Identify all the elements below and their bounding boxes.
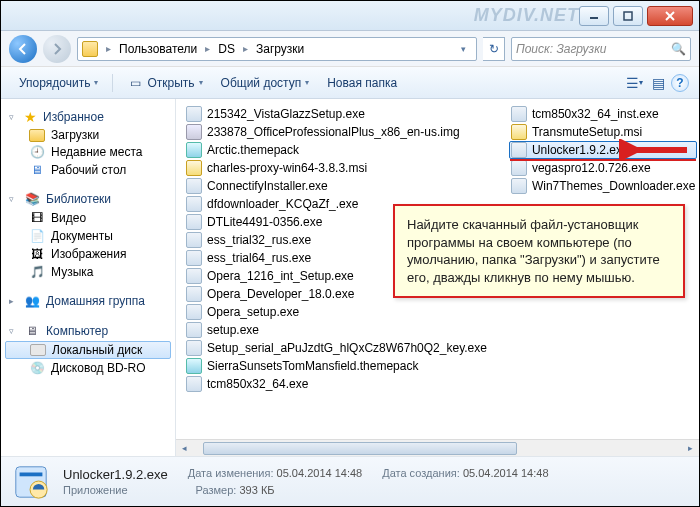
search-input[interactable]: Поиск: Загрузки 🔍 [511, 37, 691, 61]
file-name: ConnectifyInstaller.exe [207, 179, 328, 193]
file-item[interactable]: SierraSunsetsTomMansfield.themepack [184, 357, 489, 375]
sidebar-item-recent[interactable]: 🕘Недавние места [1, 143, 175, 161]
open-button[interactable]: ▭Открыть ▾ [119, 72, 210, 94]
file-item[interactable]: charles-proxy-win64-3.8.3.msi [184, 159, 489, 177]
homegroup-icon: 👥 [24, 293, 40, 309]
details-pane: Unlocker1.9.2.exe Дата изменения: 05.04.… [1, 456, 699, 506]
file-item[interactable]: TransmuteSetup.msi [509, 123, 697, 141]
sidebar-item-video[interactable]: 🎞Видео [1, 209, 175, 227]
preview-pane-button[interactable]: ▤ [647, 72, 669, 94]
svg-rect-1 [624, 12, 632, 20]
scroll-left-icon[interactable]: ◂ [176, 440, 193, 457]
file-name: dfdownloader_KCQaZf_.exe [207, 197, 358, 211]
file-item[interactable]: Setup_serial_aPuJzdtG_hlQxCz8W67h0Q2_key… [184, 339, 489, 357]
minimize-button[interactable] [579, 6, 609, 26]
file-item[interactable]: Win7Themes_Downloader.exe [509, 177, 697, 195]
maximize-button[interactable] [613, 6, 643, 26]
folder-icon [29, 129, 45, 142]
exe-icon [186, 250, 202, 266]
star-icon: ★ [24, 109, 37, 125]
file-type-icon [11, 462, 51, 502]
music-icon: 🎵 [29, 264, 45, 280]
disc-icon: 💿 [29, 360, 45, 376]
sidebar-libraries[interactable]: ▿📚Библиотеки [1, 189, 175, 209]
file-item[interactable]: tcm850x32_64_inst.exe [509, 105, 697, 123]
file-name: Opera_setup.exe [207, 305, 299, 319]
file-item[interactable]: Unlocker1.9.2.exe [509, 141, 697, 159]
exe-icon [186, 196, 202, 212]
disk-icon [30, 344, 46, 356]
svg-rect-6 [20, 472, 43, 476]
search-placeholder: Поиск: Загрузки [516, 42, 607, 56]
chevron-right-icon: ▸ [203, 43, 212, 54]
video-icon: 🎞 [29, 210, 45, 226]
help-button[interactable]: ? [671, 74, 689, 92]
file-name: Win7Themes_Downloader.exe [532, 179, 695, 193]
exe-icon [186, 268, 202, 284]
folder-icon [82, 41, 98, 57]
scrollbar-thumb[interactable] [203, 442, 517, 455]
close-button[interactable] [647, 6, 693, 26]
details-filename: Unlocker1.9.2.exe [63, 467, 168, 482]
exe-icon [186, 286, 202, 302]
forward-button[interactable] [43, 35, 71, 63]
share-button[interactable]: Общий доступ ▾ [213, 73, 318, 93]
exe-icon [186, 232, 202, 248]
sidebar-item-documents[interactable]: 📄Документы [1, 227, 175, 245]
file-name: Opera_1216_int_Setup.exe [207, 269, 354, 283]
pictures-icon: 🖼 [29, 246, 45, 262]
file-name: ess_trial32_rus.exe [207, 233, 311, 247]
sidebar-item-downloads[interactable]: Загрузки [1, 127, 175, 143]
exe-icon [511, 142, 527, 158]
annotation-callout: Найдите скачанный файл-установщик програ… [393, 204, 685, 298]
exe-icon [511, 178, 527, 194]
file-item[interactable]: vegaspro12.0.726.exe [509, 159, 697, 177]
crumb[interactable]: DS [218, 42, 235, 56]
open-icon: ▭ [127, 75, 143, 91]
horizontal-scrollbar[interactable]: ◂ ▸ [176, 439, 699, 456]
sidebar-item-desktop[interactable]: 🖥Рабочий стол [1, 161, 175, 179]
file-name: 215342_VistaGlazzSetup.exe [207, 107, 365, 121]
file-name: vegaspro12.0.726.exe [532, 161, 651, 175]
computer-icon: 🖥 [24, 323, 40, 339]
sidebar-favorites[interactable]: ▿★Избранное [1, 107, 175, 127]
sidebar-item-local-disk[interactable]: Локальный диск [5, 341, 171, 359]
sidebar-item-pictures[interactable]: 🖼Изображения [1, 245, 175, 263]
theme-icon [186, 358, 202, 374]
refresh-button[interactable]: ↻ [483, 37, 505, 61]
exe-icon [186, 340, 202, 356]
search-icon: 🔍 [671, 42, 686, 56]
file-item[interactable]: Opera_setup.exe [184, 303, 489, 321]
chevron-right-icon: ▸ [241, 43, 250, 54]
file-name: tcm850x32_64_inst.exe [532, 107, 659, 121]
toolbar: Упорядочить ▾ ▭Открыть ▾ Общий доступ ▾ … [1, 67, 699, 99]
address-bar[interactable]: ▸ Пользователи ▸ DS ▸ Загрузки ▾ [77, 37, 477, 61]
file-name: setup.exe [207, 323, 259, 337]
scroll-right-icon[interactable]: ▸ [682, 440, 699, 457]
view-options-button[interactable]: ☰ ▾ [623, 72, 645, 94]
back-button[interactable] [9, 35, 37, 63]
exe-icon [186, 178, 202, 194]
organize-button[interactable]: Упорядочить ▾ [11, 73, 106, 93]
file-item[interactable]: setup.exe [184, 321, 489, 339]
file-item[interactable]: 215342_VistaGlazzSetup.exe [184, 105, 489, 123]
exe-icon [186, 322, 202, 338]
exe-icon [511, 106, 527, 122]
file-item[interactable]: Arctic.themepack [184, 141, 489, 159]
crumb[interactable]: Загрузки [256, 42, 304, 56]
file-pane[interactable]: 215342_VistaGlazzSetup.exe233878_OfficeP… [176, 99, 699, 456]
file-item[interactable]: 233878_OfficeProfessionalPlus_x86_en-us.… [184, 123, 489, 141]
new-folder-button[interactable]: Новая папка [319, 73, 405, 93]
address-dropdown[interactable]: ▾ [454, 44, 472, 54]
file-item[interactable]: tcm850x32_64.exe [184, 375, 489, 393]
sidebar-homegroup[interactable]: ▸👥Домашняя группа [1, 291, 175, 311]
sidebar-item-bd-drive[interactable]: 💿Дисковод BD-RO [1, 359, 175, 377]
sidebar-item-music[interactable]: 🎵Музыка [1, 263, 175, 281]
titlebar [1, 1, 699, 31]
exe-icon [511, 160, 527, 176]
file-item[interactable]: ConnectifyInstaller.exe [184, 177, 489, 195]
crumb[interactable]: Пользователи [119, 42, 197, 56]
file-name: SierraSunsetsTomMansfield.themepack [207, 359, 418, 373]
file-name: Unlocker1.9.2.exe [532, 143, 629, 157]
sidebar-computer[interactable]: ▿🖥Компьютер [1, 321, 175, 341]
